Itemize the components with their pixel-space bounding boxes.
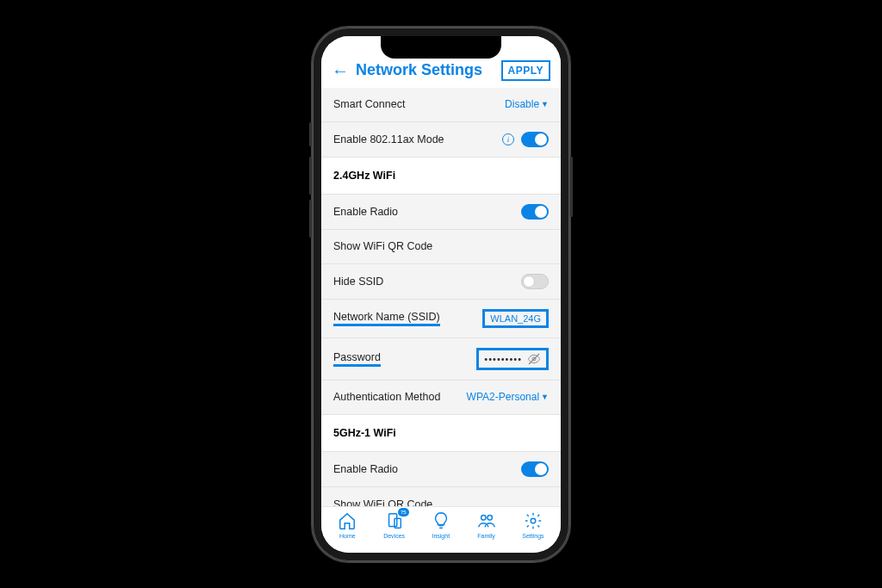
section-5ghz: 5GHz-1 WiFi xyxy=(321,415,561,452)
ax-mode-label: Enable 802.11ax Mode xyxy=(333,133,502,145)
auth-label: Authentication Method xyxy=(333,391,467,403)
row-ssid[interactable]: Network Name (SSID) WLAN_24G xyxy=(321,300,561,338)
enable-radio-24-toggle[interactable] xyxy=(521,204,549,220)
enable-radio-label: Enable Radio xyxy=(333,206,521,218)
row-password[interactable]: Password ••••••••• xyxy=(321,338,561,381)
back-icon[interactable]: ← xyxy=(332,62,349,79)
smart-connect-value[interactable]: Disable ▼ xyxy=(505,98,549,110)
svg-point-6 xyxy=(531,518,536,523)
hide-ssid-label: Hide SSID xyxy=(333,275,521,288)
smart-connect-label: Smart Connect xyxy=(333,98,505,110)
eye-off-icon[interactable] xyxy=(527,352,541,366)
devices-badge: 75 xyxy=(398,508,409,517)
ssid-value-box[interactable]: WLAN_24G xyxy=(482,309,549,328)
auth-value[interactable]: WPA2-Personal ▼ xyxy=(467,391,549,403)
svg-rect-2 xyxy=(388,513,396,526)
devices-icon: 75 xyxy=(385,511,404,531)
row-enable-radio-5: Enable Radio xyxy=(321,452,561,487)
enable-radio-5-label: Enable Radio xyxy=(333,463,521,475)
tab-family[interactable]: Family xyxy=(477,511,496,539)
settings-list[interactable]: Smart Connect Disable ▼ Enable 802.11ax … xyxy=(321,88,561,506)
show-qr-label: Show WiFi QR Code xyxy=(333,240,549,252)
row-enable-radio-24: Enable Radio xyxy=(321,195,561,230)
section-24ghz: 2.4GHz WiFi xyxy=(321,158,561,195)
enable-radio-5-toggle[interactable] xyxy=(521,461,549,477)
gear-icon xyxy=(524,511,543,531)
phone-frame: ← Network Settings APPLY Smart Connect D… xyxy=(313,28,569,561)
screen: ← Network Settings APPLY Smart Connect D… xyxy=(321,36,561,553)
tab-bar: Home 75 Devices Insight Family xyxy=(321,506,561,553)
tab-home[interactable]: Home xyxy=(338,511,357,539)
info-icon[interactable]: i xyxy=(502,133,514,145)
bulb-icon xyxy=(432,511,450,531)
notch xyxy=(381,36,501,59)
row-show-qr-5[interactable]: Show WiFi QR Code xyxy=(321,487,561,506)
password-label: Password xyxy=(333,351,381,367)
row-smart-connect[interactable]: Smart Connect Disable ▼ xyxy=(321,88,561,122)
row-hide-ssid: Hide SSID xyxy=(321,264,561,300)
ssid-value: WLAN_24G xyxy=(490,313,541,324)
show-qr-5-label: Show WiFi QR Code xyxy=(333,498,549,506)
row-show-qr-24[interactable]: Show WiFi QR Code xyxy=(321,230,561,264)
tab-devices[interactable]: 75 Devices xyxy=(383,511,405,539)
ssid-label: Network Name (SSID) xyxy=(333,311,440,326)
chevron-down-icon: ▼ xyxy=(541,393,549,401)
family-icon xyxy=(477,511,496,531)
password-value: ••••••••• xyxy=(484,354,522,364)
svg-point-5 xyxy=(487,515,492,520)
tab-settings[interactable]: Settings xyxy=(522,511,543,539)
svg-point-4 xyxy=(481,515,486,520)
home-icon xyxy=(338,511,357,531)
ax-mode-toggle[interactable] xyxy=(521,132,549,147)
chevron-down-icon: ▼ xyxy=(541,100,549,108)
hide-ssid-toggle[interactable] xyxy=(521,274,549,289)
tab-insight[interactable]: Insight xyxy=(432,511,450,539)
apply-button[interactable]: APPLY xyxy=(501,60,550,81)
row-auth-method[interactable]: Authentication Method WPA2-Personal ▼ xyxy=(321,381,561,415)
page-title: Network Settings xyxy=(356,61,482,79)
row-ax-mode: Enable 802.11ax Mode i xyxy=(321,122,561,158)
password-value-box[interactable]: ••••••••• xyxy=(476,348,549,370)
